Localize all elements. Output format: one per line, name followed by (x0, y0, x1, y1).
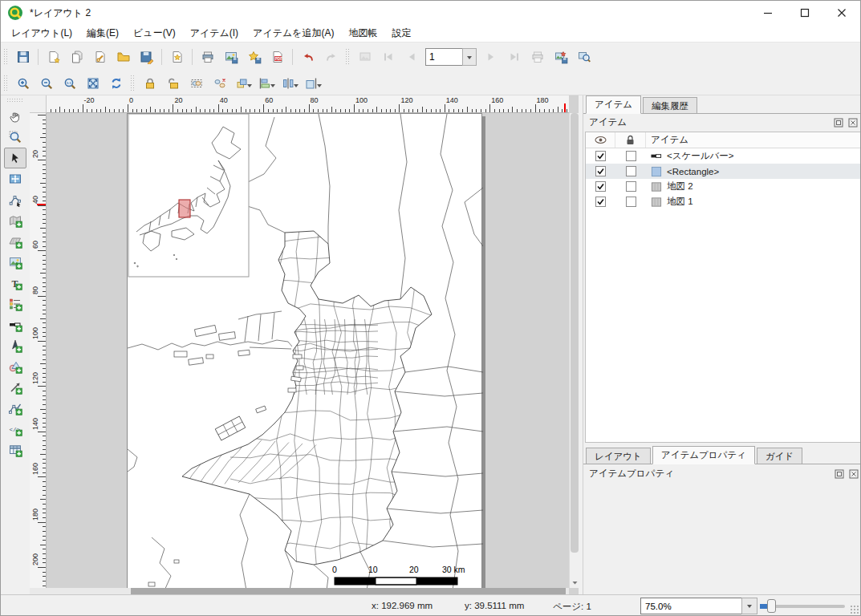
open-folder-button[interactable] (112, 47, 134, 68)
add-shape-tool[interactable] (4, 356, 26, 377)
add-scalebar-tool[interactable] (4, 314, 26, 335)
tab-0[interactable]: レイアウト (586, 448, 651, 464)
scalebar-item[interactable]: 0 10 20 30 km (332, 565, 465, 585)
zoom-out-button[interactable] (35, 72, 57, 94)
add-3d-map-tool[interactable] (4, 231, 26, 252)
layout-page[interactable]: 0 10 20 30 km (127, 113, 482, 588)
zoom-actual-size-button[interactable]: 1:1 (59, 72, 80, 94)
menu-6[interactable]: 設定 (385, 25, 419, 42)
zoom-tool-tool[interactable] (4, 127, 26, 148)
export-atlas-button[interactable] (550, 47, 571, 68)
preview-atlas-button[interactable] (354, 47, 376, 68)
add-label-tool[interactable]: T (4, 273, 26, 294)
export-as-image-button[interactable] (220, 47, 242, 68)
duplicate-layout-button[interactable] (66, 47, 87, 68)
refresh-view-button[interactable] (105, 72, 127, 94)
visibility-checkbox[interactable] (595, 197, 606, 207)
map-2-inset[interactable] (128, 114, 249, 277)
menu-1[interactable]: 編集(E) (79, 25, 126, 42)
add-legend-tool[interactable] (4, 294, 26, 314)
add-attribute-table-tool[interactable] (4, 440, 26, 460)
lock-checkbox[interactable] (626, 197, 636, 207)
menu-5[interactable]: 地図帳 (342, 25, 385, 42)
zoom-level-input[interactable] (640, 598, 741, 614)
item-row-3[interactable]: 地図 1 (586, 194, 860, 209)
layout-viewport[interactable]: 0 10 20 30 km (47, 113, 569, 588)
zoom-combo-dropdown[interactable] (741, 598, 757, 614)
float-panel-button[interactable] (832, 116, 844, 128)
rectangle-item[interactable] (128, 114, 249, 277)
vertical-scrollbar-thumb[interactable] (571, 113, 579, 553)
horizontal-scrollbar-thumb[interactable] (131, 588, 566, 594)
close-properties-button[interactable] (847, 468, 859, 480)
add-north-arrow-tool[interactable] (4, 335, 26, 356)
float-properties-button[interactable] (833, 468, 845, 480)
tab-0[interactable]: アイテム (586, 95, 641, 114)
print-layout-button[interactable] (197, 47, 218, 68)
unlock-all-items-button[interactable] (162, 72, 184, 94)
zoom-slider[interactable] (760, 595, 847, 616)
lock-checkbox[interactable] (626, 151, 636, 161)
last-feature-button[interactable] (503, 47, 525, 68)
raise-selected-items-button[interactable] (232, 72, 254, 94)
zoom-in-button[interactable] (12, 72, 34, 94)
tab-1[interactable]: アイテムプロパティ (652, 446, 755, 464)
menu-0[interactable]: レイアウト(L) (4, 25, 79, 42)
lock-checkbox[interactable] (626, 181, 636, 192)
save-layout-as-button[interactable] (136, 47, 157, 68)
close-panel-button[interactable] (847, 116, 859, 128)
pan-layout-tool[interactable] (4, 106, 26, 127)
save-layout-button[interactable] (12, 47, 34, 68)
minimize-button[interactable] (749, 1, 786, 25)
menu-3[interactable]: アイテム(I) (183, 25, 246, 42)
resize-items-button[interactable] (302, 72, 323, 94)
undo-button[interactable] (297, 47, 319, 68)
add-map-tool[interactable] (4, 210, 26, 231)
atlas-settings-button[interactable] (573, 47, 595, 68)
visibility-checkbox[interactable] (595, 151, 606, 161)
item-row-2[interactable]: 地図 2 (586, 179, 860, 194)
next-feature-button[interactable] (480, 47, 502, 68)
map-1-item[interactable]: 0 10 20 30 km (128, 114, 483, 588)
menu-4[interactable]: アイテムを追加(A) (246, 25, 341, 42)
lock-selected-items-button[interactable] (139, 72, 160, 94)
print-atlas-button[interactable] (526, 47, 548, 68)
group-items-button[interactable] (185, 72, 207, 94)
atlas-page-input[interactable] (425, 48, 462, 66)
item-row-0[interactable]: <スケールバー> (586, 148, 860, 164)
save-as-template-button[interactable] (166, 47, 188, 68)
horizontal-scrollbar[interactable] (30, 588, 569, 594)
tab-1[interactable]: 編集履歴 (643, 97, 697, 113)
lock-checkbox[interactable] (626, 166, 636, 176)
maximize-button[interactable] (786, 1, 823, 25)
redo-button[interactable] (320, 47, 342, 68)
previous-feature-button[interactable] (400, 47, 422, 68)
zoom-slider-handle[interactable] (767, 599, 776, 613)
atlas-page-combo[interactable] (425, 48, 477, 66)
export-as-svg-button[interactable] (243, 47, 265, 68)
select-move-item-tool[interactable] (4, 148, 26, 168)
resize-grip[interactable] (850, 605, 859, 614)
vertical-scrollbar[interactable] (569, 113, 579, 588)
add-arrow-tool[interactable] (4, 377, 26, 398)
export-as-pdf-button[interactable]: PDF (266, 47, 288, 68)
tab-2[interactable]: ガイド (757, 448, 802, 464)
visibility-checkbox[interactable] (595, 166, 606, 176)
menu-2[interactable]: ビュー(V) (126, 25, 183, 42)
layout-manager-button[interactable] (89, 47, 111, 68)
first-feature-button[interactable] (377, 47, 399, 68)
new-layout-button[interactable] (43, 47, 64, 68)
visibility-checkbox[interactable] (595, 181, 606, 192)
add-node-item-tool[interactable] (4, 398, 26, 419)
atlas-page-dropdown[interactable] (462, 48, 477, 66)
add-picture-tool[interactable] (4, 252, 26, 273)
distribute-items-button[interactable] (278, 72, 300, 94)
add-html-tool[interactable]: </> (4, 419, 26, 440)
item-row-1[interactable]: <Rectangle> (586, 164, 860, 179)
zoom-level-combo[interactable] (640, 598, 757, 614)
align-selected-items-button[interactable] (255, 72, 277, 94)
zoom-full-extent-button[interactable] (82, 72, 104, 94)
edit-nodes-item-tool[interactable] (4, 189, 26, 210)
ungroup-items-button[interactable] (209, 72, 230, 94)
close-button[interactable] (823, 1, 860, 25)
